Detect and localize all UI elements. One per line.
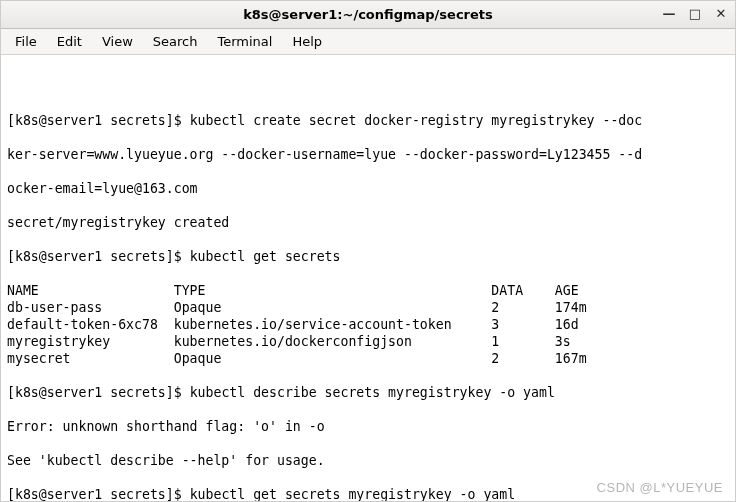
table-row: mysecret Opaque 2 167m [7, 350, 729, 367]
command-text: kubectl describe secrets myregistrykey -… [190, 385, 555, 400]
table-header-row: NAME TYPE DATA AGE [7, 282, 729, 299]
terminal-line: [k8s@server1 secrets]$ kubectl describe … [7, 384, 729, 401]
terminal-line: ker-server=www.lyueyue.org --docker-user… [7, 146, 729, 163]
close-button[interactable]: ✕ [713, 5, 729, 21]
menu-view[interactable]: View [94, 31, 141, 52]
terminal-line: secret/myregistrykey created [7, 214, 729, 231]
terminal-line: [k8s@server1 secrets]$ kubectl create se… [7, 112, 729, 129]
terminal-line: See 'kubectl describe --help' for usage. [7, 452, 729, 469]
menu-help[interactable]: Help [284, 31, 330, 52]
command-text: kubectl get secrets [190, 249, 341, 264]
secrets-table: NAME TYPE DATA AGEdb-user-pass Opaque 2 … [7, 282, 729, 367]
table-row: myregistrykey kubernetes.io/dockerconfig… [7, 333, 729, 350]
prompt: [k8s@server1 secrets]$ [7, 113, 190, 128]
menu-terminal[interactable]: Terminal [209, 31, 280, 52]
window-controls: — □ ✕ [661, 5, 729, 21]
minimize-button[interactable]: — [661, 5, 677, 21]
prompt: [k8s@server1 secrets]$ [7, 249, 190, 264]
prompt: [k8s@server1 secrets]$ [7, 487, 190, 502]
maximize-button[interactable]: □ [687, 5, 703, 21]
menu-edit[interactable]: Edit [49, 31, 90, 52]
table-row: db-user-pass Opaque 2 174m [7, 299, 729, 316]
table-row: default-token-6xc78 kubernetes.io/servic… [7, 316, 729, 333]
terminal-area[interactable]: [k8s@server1 secrets]$ kubectl create se… [1, 55, 735, 502]
menu-search[interactable]: Search [145, 31, 206, 52]
menu-file[interactable]: File [7, 31, 45, 52]
terminal-line: [k8s@server1 secrets]$ kubectl get secre… [7, 486, 729, 502]
command-text: kubectl create secret docker-registry my… [190, 113, 643, 128]
terminal-line: Error: unknown shorthand flag: 'o' in -o [7, 418, 729, 435]
window-titlebar: k8s@server1:~/configmap/secrets — □ ✕ [1, 1, 735, 29]
terminal-line: ocker-email=lyue@163.com [7, 180, 729, 197]
terminal-line [7, 78, 729, 95]
window-title: k8s@server1:~/configmap/secrets [1, 7, 735, 22]
command-text: kubectl get secrets myregistrykey -o yam… [190, 487, 516, 502]
menu-bar: File Edit View Search Terminal Help [1, 29, 735, 55]
prompt: [k8s@server1 secrets]$ [7, 385, 190, 400]
terminal-line: [k8s@server1 secrets]$ kubectl get secre… [7, 248, 729, 265]
